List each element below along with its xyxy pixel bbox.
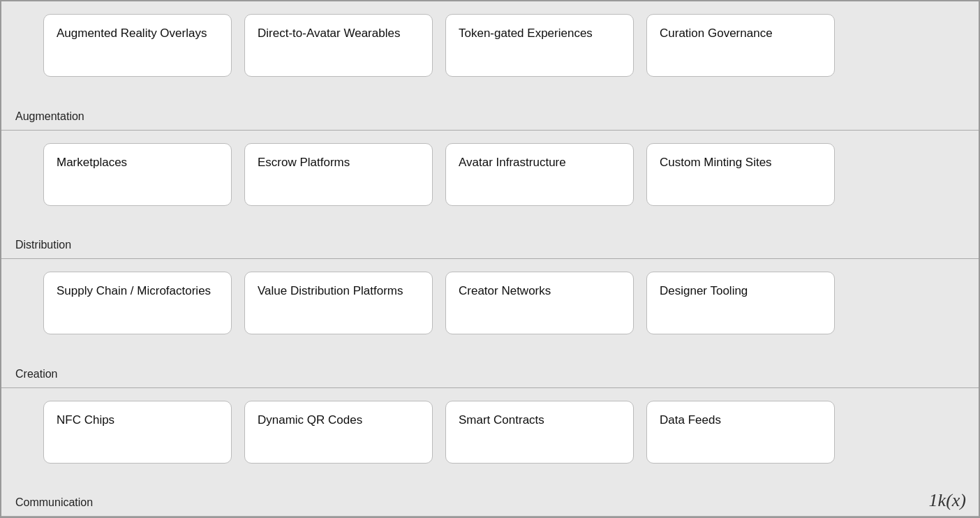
- card-distribution-2[interactable]: Avatar Infrastructure: [445, 143, 634, 206]
- section-communication: NFC ChipsDynamic QR CodesSmart Contracts…: [1, 388, 979, 517]
- section-label-creation: Creation: [15, 368, 965, 380]
- card-creation-3[interactable]: Designer Tooling: [646, 272, 835, 334]
- main-container: Augmented Reality OverlaysDirect-to-Avat…: [0, 0, 980, 518]
- section-distribution: MarketplacesEscrow PlatformsAvatar Infra…: [1, 131, 979, 260]
- cards-row-augmentation: Augmented Reality OverlaysDirect-to-Avat…: [15, 14, 965, 106]
- section-label-distribution: Distribution: [15, 239, 965, 251]
- card-augmentation-1[interactable]: Direct-to-Avatar Wearables: [244, 14, 433, 77]
- card-communication-1[interactable]: Dynamic QR Codes: [244, 401, 433, 464]
- card-creation-1[interactable]: Value Distribution Platforms: [244, 272, 433, 334]
- watermark: 1k(x): [929, 490, 966, 511]
- card-communication-3[interactable]: Data Feeds: [646, 401, 835, 464]
- section-creation: Supply Chain / MicrofactoriesValue Distr…: [1, 259, 979, 388]
- card-creation-0[interactable]: Supply Chain / Microfactories: [43, 272, 232, 334]
- section-augmentation: Augmented Reality OverlaysDirect-to-Avat…: [1, 1, 979, 131]
- cards-row-communication: NFC ChipsDynamic QR CodesSmart Contracts…: [15, 401, 965, 493]
- card-creation-2[interactable]: Creator Networks: [445, 272, 634, 334]
- card-communication-2[interactable]: Smart Contracts: [445, 401, 634, 464]
- card-distribution-3[interactable]: Custom Minting Sites: [646, 143, 835, 206]
- card-augmentation-2[interactable]: Token-gated Experiences: [445, 14, 634, 77]
- card-augmentation-0[interactable]: Augmented Reality Overlays: [43, 14, 232, 77]
- card-distribution-0[interactable]: Marketplaces: [43, 143, 232, 206]
- section-label-communication: Communication: [15, 496, 965, 509]
- card-augmentation-3[interactable]: Curation Governance: [646, 14, 835, 77]
- cards-row-creation: Supply Chain / MicrofactoriesValue Distr…: [15, 272, 965, 364]
- card-distribution-1[interactable]: Escrow Platforms: [244, 143, 433, 206]
- cards-row-distribution: MarketplacesEscrow PlatformsAvatar Infra…: [15, 143, 965, 235]
- card-communication-0[interactable]: NFC Chips: [43, 401, 232, 464]
- section-label-augmentation: Augmentation: [15, 110, 965, 123]
